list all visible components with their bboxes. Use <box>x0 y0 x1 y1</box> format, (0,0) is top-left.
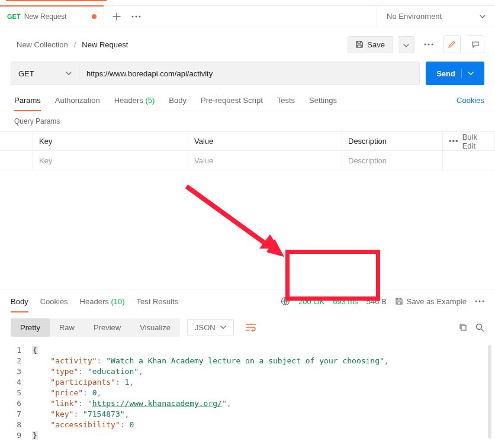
url-input-wrapper <box>79 62 420 85</box>
col-key: Key <box>33 132 188 150</box>
view-pretty[interactable]: Pretty <box>11 318 50 337</box>
more-horizontal-icon <box>424 43 433 46</box>
response-tab-test-results[interactable]: Test Results <box>137 297 179 312</box>
request-header-row: New Collection / New Request Save <box>0 27 495 62</box>
save-icon <box>355 40 364 49</box>
params-empty-row[interactable]: Key Value Description <box>0 151 495 170</box>
response-body-code[interactable]: 1{2 "activity": "Watch a Khan Academy le… <box>0 343 495 441</box>
view-mode-segmented: Pretty Raw Preview Visualize <box>11 318 180 337</box>
response-tab-headers[interactable]: Headers (10) <box>80 297 125 312</box>
new-tab-button[interactable] <box>112 12 121 21</box>
svg-point-5 <box>432 44 433 46</box>
value-input[interactable]: Value <box>188 151 342 170</box>
svg-point-9 <box>483 301 484 302</box>
status-time: 693 ms <box>333 297 358 306</box>
request-tab-method: GET <box>7 13 21 20</box>
status-code: 200 OK <box>298 297 324 306</box>
pencil-icon <box>448 40 456 49</box>
environment-label: No Environment <box>387 12 442 21</box>
send-label: Send <box>436 69 455 78</box>
svg-point-2 <box>139 15 140 17</box>
query-params-label: Query Params <box>0 111 495 131</box>
svg-rect-10 <box>461 325 466 330</box>
save-dropdown[interactable] <box>398 36 414 53</box>
url-row: GET Send <box>0 62 495 85</box>
wrap-lines-button[interactable] <box>241 318 261 337</box>
col-options-button[interactable]: ••• <box>449 137 459 146</box>
chevron-down-icon <box>66 72 72 75</box>
col-value: Value <box>188 132 342 150</box>
request-tabs: Params Authorization Headers (5) Body Pr… <box>0 85 495 111</box>
copy-response-button[interactable] <box>459 323 467 332</box>
tab-prerequest[interactable]: Pre-request Script <box>201 96 263 111</box>
svg-point-4 <box>428 44 430 46</box>
comment-icon <box>471 40 480 49</box>
response-tab-body[interactable]: Body <box>11 297 28 312</box>
tab-tests[interactable]: Tests <box>277 96 295 111</box>
search-icon <box>475 323 484 332</box>
tab-params[interactable]: Params <box>14 96 41 111</box>
url-input[interactable] <box>86 69 412 78</box>
svg-point-11 <box>477 324 482 329</box>
comments-button[interactable] <box>467 36 484 53</box>
network-icon <box>281 296 290 306</box>
svg-point-7 <box>475 301 477 302</box>
chevron-down-icon <box>220 325 226 329</box>
copy-icon <box>459 323 467 331</box>
col-description: Description <box>342 132 443 150</box>
description-input[interactable]: Description <box>342 151 443 170</box>
chevron-down-icon <box>480 15 486 18</box>
view-raw[interactable]: Raw <box>50 318 84 337</box>
status-size: 546 B <box>367 297 387 306</box>
environment-selector[interactable]: No Environment <box>377 6 495 27</box>
chevron-down-icon <box>403 44 409 47</box>
response-status-bar: 200 OK 693 ms 546 B Save as Example <box>281 296 484 312</box>
tab-body[interactable]: Body <box>169 96 187 111</box>
response-tab-cookies[interactable]: Cookies <box>40 297 68 312</box>
params-header-row: Key Value Description ••• Bulk Edit <box>0 132 495 151</box>
key-input[interactable]: Key <box>33 151 188 170</box>
request-tab-active[interactable]: GET New Request <box>0 6 104 27</box>
save-button[interactable]: Save <box>348 36 393 53</box>
svg-point-0 <box>131 15 133 17</box>
request-tab-name: New Request <box>24 12 67 21</box>
tab-more-button[interactable] <box>131 15 141 18</box>
tab-actions <box>104 6 149 27</box>
send-button[interactable]: Send <box>426 62 484 85</box>
params-table: Key Value Description ••• Bulk Edit Key … <box>0 131 495 170</box>
method-selector[interactable]: GET <box>11 62 79 85</box>
more-horizontal-icon <box>131 15 141 18</box>
more-horizontal-icon <box>475 300 484 302</box>
response-more-button[interactable] <box>475 300 484 302</box>
tab-bar: GET New Request No Environment <box>0 6 495 27</box>
search-response-button[interactable] <box>475 323 484 332</box>
view-preview[interactable]: Preview <box>84 318 130 337</box>
breadcrumb-collection[interactable]: New Collection <box>17 40 68 49</box>
cookies-link[interactable]: Cookies <box>457 96 484 111</box>
method-value: GET <box>18 69 34 78</box>
save-icon <box>395 297 403 305</box>
save-label: Save <box>367 40 385 49</box>
breadcrumb-separator: / <box>74 40 76 49</box>
tab-authorization[interactable]: Authorization <box>55 96 100 111</box>
svg-point-1 <box>135 15 137 17</box>
format-selector[interactable]: JSON <box>187 319 234 336</box>
unsaved-indicator-icon <box>92 14 97 19</box>
save-as-example-button[interactable]: Save as Example <box>395 297 467 306</box>
chevron-down-icon <box>468 72 474 75</box>
request-more-button[interactable] <box>424 43 433 46</box>
tab-settings[interactable]: Settings <box>309 96 337 111</box>
send-dropdown[interactable] <box>461 69 474 78</box>
plus-icon <box>112 12 121 21</box>
response-body-toolbar: Pretty Raw Preview Visualize JSON <box>0 312 495 343</box>
wrap-icon <box>246 323 256 331</box>
svg-point-3 <box>425 44 426 46</box>
edit-button[interactable] <box>443 36 461 53</box>
bulk-edit-button[interactable]: Bulk Edit <box>462 133 488 150</box>
breadcrumb-request[interactable]: New Request <box>82 40 128 49</box>
view-visualize[interactable]: Visualize <box>130 318 180 337</box>
tab-headers[interactable]: Headers (5) <box>114 96 155 111</box>
bulk-edit-cell: ••• Bulk Edit <box>443 132 495 150</box>
response-tabs: Body Cookies Headers (10) Test Results 2… <box>0 289 495 312</box>
svg-point-8 <box>479 301 481 302</box>
